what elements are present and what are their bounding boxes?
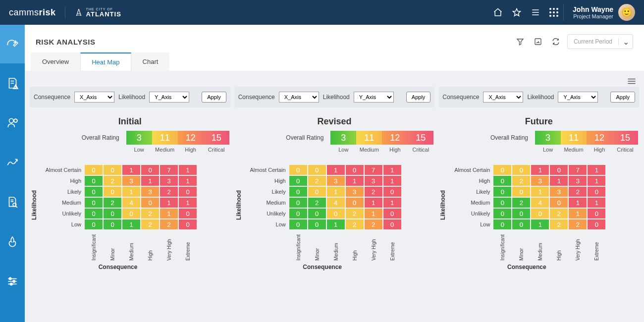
heatmap-cell[interactable]: 0 [85,219,103,229]
heatmap-cell[interactable]: 0 [588,219,605,229]
heatmap-cell[interactable]: 1 [588,176,605,186]
heatmap-cell[interactable]: 1 [160,209,178,218]
heatmap-cell[interactable]: 1 [569,198,587,208]
heatmap-cell[interactable]: 2 [104,176,121,186]
panel-menu-icon[interactable] [627,78,636,85]
heatmap-cell[interactable]: 0 [493,176,511,186]
heatmap-cell[interactable]: 0 [104,209,121,218]
heatmap-cell[interactable]: 7 [569,165,587,175]
heatmap-cell[interactable]: 0 [179,209,197,218]
heatmap-cell[interactable]: 0 [588,187,605,197]
heatmap-cell[interactable]: 0 [85,176,103,186]
heatmap-cell[interactable]: 0 [308,209,326,218]
heatmap-cell[interactable]: 0 [289,219,307,229]
heatmap-cell[interactable]: 1 [141,176,159,186]
heatmap-cell[interactable]: 0 [346,198,364,208]
heatmap-cell[interactable]: 0 [104,165,121,175]
heatmap-cell[interactable]: 0 [308,219,326,229]
heatmap-cell[interactable]: 2 [569,219,587,229]
period-select[interactable]: Current Period ⌄ [567,34,633,49]
heatmap-cell[interactable]: 0 [531,209,549,218]
heatmap-cell[interactable]: 3 [550,187,568,197]
heatmap-cell[interactable]: 0 [383,209,401,218]
sidebar-item-search-doc[interactable] [0,182,25,222]
heatmap-cell[interactable]: 0 [383,219,401,229]
heatmap-cell[interactable]: 1 [531,219,549,229]
heatmap-cell[interactable]: 1 [531,165,549,175]
heatmap-cell[interactable]: 1 [365,198,382,208]
heatmap-cell[interactable]: 0 [104,187,121,197]
heatmap-cell[interactable]: 1 [327,219,345,229]
likelihood-select[interactable]: Y_Axis [354,92,394,103]
filter-icon[interactable] [516,37,525,46]
heatmap-cell[interactable]: 2 [104,198,121,208]
heatmap-cell[interactable]: 1 [327,187,345,197]
heatmap-cell[interactable]: 1 [179,198,197,208]
heatmap-cell[interactable]: 2 [346,209,364,218]
heatmap-cell[interactable]: 0 [122,209,140,218]
heatmap-cell[interactable]: 0 [141,165,159,175]
heatmap-cell[interactable]: 4 [531,198,549,208]
heatmap-cell[interactable]: 0 [550,165,568,175]
heatmap-cell[interactable]: 2 [365,219,382,229]
heatmap-cell[interactable]: 1 [383,198,401,208]
heatmap-cell[interactable]: 2 [160,219,178,229]
heatmap-cell[interactable]: 1 [531,187,549,197]
heatmap-cell[interactable]: 0 [512,187,530,197]
heatmap-cell[interactable]: 1 [179,176,197,186]
heatmap-cell[interactable]: 0 [289,176,307,186]
heatmap-cell[interactable]: 1 [179,165,197,175]
heatmap-cell[interactable]: 0 [346,165,364,175]
consequence-select[interactable]: X_Axis [279,92,319,103]
heatmap-cell[interactable]: 2 [308,176,326,186]
heatmap-cell[interactable]: 1 [569,209,587,218]
avatar[interactable]: 🙂 [618,4,635,21]
heatmap-cell[interactable]: 3 [531,176,549,186]
heatmap-cell[interactable]: 0 [289,165,307,175]
heatmap-cell[interactable]: 0 [493,198,511,208]
heatmap-cell[interactable]: 3 [346,187,364,197]
heatmap-cell[interactable]: 0 [493,219,511,229]
heatmap-cell[interactable]: 0 [85,165,103,175]
heatmap-cell[interactable]: 2 [160,187,178,197]
user-block[interactable]: John Wayne Project Manager 🙂 [563,4,635,21]
heatmap-cell[interactable]: 0 [308,187,326,197]
heatmap-cell[interactable]: 0 [493,165,511,175]
heatmap-cell[interactable]: 0 [179,187,197,197]
sidebar-item-fire[interactable] [0,222,25,262]
heatmap-cell[interactable]: 0 [85,187,103,197]
heatmap-cell[interactable]: 0 [383,187,401,197]
heatmap-cell[interactable]: 1 [588,165,605,175]
heatmap-cell[interactable]: 0 [512,209,530,218]
heatmap-cell[interactable]: 0 [289,187,307,197]
heatmap-cell[interactable]: 0 [588,209,605,218]
heatmap-cell[interactable]: 2 [512,176,530,186]
likelihood-select[interactable]: Y_Axis [558,92,598,103]
heatmap-cell[interactable]: 0 [512,165,530,175]
consequence-select[interactable]: X_Axis [483,92,523,103]
heatmap-cell[interactable]: 0 [327,209,345,218]
heatmap-cell[interactable]: 1 [122,165,140,175]
heatmap-cell[interactable]: 2 [569,187,587,197]
consequence-select[interactable]: X_Axis [74,92,114,103]
tab-chart[interactable]: Chart [131,53,170,71]
tab-heat-map[interactable]: Heat Map [80,53,131,71]
heatmap-cell[interactable]: 0 [289,198,307,208]
heatmap-cell[interactable]: 1 [122,219,140,229]
heatmap-cell[interactable]: 2 [308,198,326,208]
heatmap-cell[interactable]: 1 [122,187,140,197]
heatmap-cell[interactable]: 0 [141,198,159,208]
heatmap-cell[interactable]: 1 [160,198,178,208]
heatmap-cell[interactable]: 0 [85,198,103,208]
heatmap-cell[interactable]: 2 [346,219,364,229]
gauge-icon[interactable] [534,37,542,46]
apply-button[interactable]: Apply [610,92,635,103]
heatmap-cell[interactable]: 0 [104,219,121,229]
heatmap-cell[interactable]: 1 [327,165,345,175]
sidebar-item-edit[interactable] [0,25,25,63]
heatmap-cell[interactable]: 0 [179,219,197,229]
heatmap-cell[interactable]: 0 [550,198,568,208]
heatmap-cell[interactable]: 2 [365,187,382,197]
heatmap-cell[interactable]: 0 [85,209,103,218]
refresh-icon[interactable] [551,37,560,46]
